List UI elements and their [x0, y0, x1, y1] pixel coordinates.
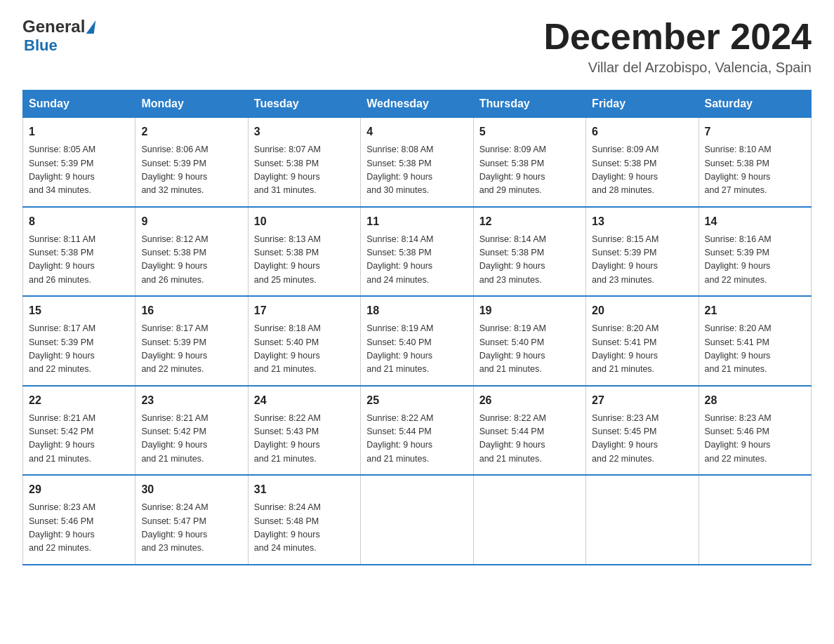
- calendar-cell: 17 Sunrise: 8:18 AM Sunset: 5:40 PM Dayl…: [248, 296, 360, 386]
- calendar-cell: 3 Sunrise: 8:07 AM Sunset: 5:38 PM Dayli…: [248, 118, 360, 207]
- calendar-header-row: Sunday Monday Tuesday Wednesday Thursday…: [23, 90, 812, 118]
- calendar-cell: 10 Sunrise: 8:13 AM Sunset: 5:38 PM Dayl…: [248, 207, 360, 297]
- logo: General Blue: [22, 17, 95, 55]
- calendar-cell: 11 Sunrise: 8:14 AM Sunset: 5:38 PM Dayl…: [361, 207, 473, 297]
- day-number: 20: [592, 302, 692, 319]
- day-number: 31: [254, 481, 355, 498]
- day-info: Sunrise: 8:19 AM Sunset: 5:40 PM Dayligh…: [366, 322, 467, 377]
- day-number: 23: [141, 392, 241, 409]
- calendar-cell: 9 Sunrise: 8:12 AM Sunset: 5:38 PM Dayli…: [135, 207, 248, 297]
- calendar-cell: 20 Sunrise: 8:20 AM Sunset: 5:41 PM Dayl…: [586, 296, 699, 386]
- day-info: Sunrise: 8:18 AM Sunset: 5:40 PM Dayligh…: [254, 322, 355, 377]
- day-info: Sunrise: 8:23 AM Sunset: 5:45 PM Dayligh…: [592, 412, 692, 467]
- logo-general-text: General: [22, 17, 85, 36]
- day-number: 22: [29, 392, 129, 409]
- calendar-cell: 8 Sunrise: 8:11 AM Sunset: 5:38 PM Dayli…: [23, 207, 135, 297]
- col-wednesday: Wednesday: [361, 90, 473, 118]
- col-monday: Monday: [135, 90, 248, 118]
- day-number: 3: [254, 123, 355, 140]
- day-info: Sunrise: 8:17 AM Sunset: 5:39 PM Dayligh…: [29, 322, 129, 377]
- page-header: General Blue December 2024 Villar del Ar…: [22, 17, 812, 76]
- month-year-title: December 2024: [543, 17, 812, 57]
- calendar-week-row: 22 Sunrise: 8:21 AM Sunset: 5:42 PM Dayl…: [23, 386, 812, 476]
- calendar-cell: 22 Sunrise: 8:21 AM Sunset: 5:42 PM Dayl…: [23, 386, 135, 476]
- day-info: Sunrise: 8:12 AM Sunset: 5:38 PM Dayligh…: [141, 233, 241, 288]
- day-number: 17: [254, 302, 355, 319]
- day-number: 6: [592, 123, 692, 140]
- calendar-cell: 2 Sunrise: 8:06 AM Sunset: 5:39 PM Dayli…: [135, 118, 248, 207]
- day-number: 18: [366, 302, 467, 319]
- calendar-cell: 4 Sunrise: 8:08 AM Sunset: 5:38 PM Dayli…: [361, 118, 473, 207]
- calendar-cell: 15 Sunrise: 8:17 AM Sunset: 5:39 PM Dayl…: [23, 296, 135, 386]
- calendar-table: Sunday Monday Tuesday Wednesday Thursday…: [22, 90, 812, 565]
- calendar-cell: [361, 475, 473, 565]
- calendar-cell: 12 Sunrise: 8:14 AM Sunset: 5:38 PM Dayl…: [473, 207, 585, 297]
- calendar-cell: 18 Sunrise: 8:19 AM Sunset: 5:40 PM Dayl…: [361, 296, 473, 386]
- day-number: 9: [141, 213, 241, 230]
- day-number: 2: [141, 123, 241, 140]
- day-info: Sunrise: 8:05 AM Sunset: 5:39 PM Dayligh…: [29, 143, 129, 198]
- title-section: December 2024 Villar del Arzobispo, Vale…: [543, 17, 812, 76]
- day-number: 12: [479, 213, 580, 230]
- col-sunday: Sunday: [23, 90, 135, 118]
- calendar-cell: 13 Sunrise: 8:15 AM Sunset: 5:39 PM Dayl…: [586, 207, 699, 297]
- day-info: Sunrise: 8:21 AM Sunset: 5:42 PM Dayligh…: [141, 412, 241, 467]
- day-number: 15: [29, 302, 129, 319]
- calendar-week-row: 1 Sunrise: 8:05 AM Sunset: 5:39 PM Dayli…: [23, 118, 812, 207]
- calendar-cell: 27 Sunrise: 8:23 AM Sunset: 5:45 PM Dayl…: [586, 386, 699, 476]
- col-friday: Friday: [586, 90, 699, 118]
- day-number: 25: [366, 392, 467, 409]
- day-number: 19: [479, 302, 580, 319]
- day-info: Sunrise: 8:24 AM Sunset: 5:47 PM Dayligh…: [141, 501, 241, 556]
- calendar-cell: 28 Sunrise: 8:23 AM Sunset: 5:46 PM Dayl…: [699, 386, 811, 476]
- calendar-week-row: 8 Sunrise: 8:11 AM Sunset: 5:38 PM Dayli…: [23, 207, 812, 297]
- day-info: Sunrise: 8:15 AM Sunset: 5:39 PM Dayligh…: [592, 233, 692, 288]
- day-info: Sunrise: 8:14 AM Sunset: 5:38 PM Dayligh…: [479, 233, 580, 288]
- day-number: 27: [592, 392, 692, 409]
- day-number: 1: [29, 123, 129, 140]
- calendar-cell: 19 Sunrise: 8:19 AM Sunset: 5:40 PM Dayl…: [473, 296, 585, 386]
- calendar-cell: 24 Sunrise: 8:22 AM Sunset: 5:43 PM Dayl…: [248, 386, 360, 476]
- calendar-week-row: 15 Sunrise: 8:17 AM Sunset: 5:39 PM Dayl…: [23, 296, 812, 386]
- day-info: Sunrise: 8:13 AM Sunset: 5:38 PM Dayligh…: [254, 233, 355, 288]
- calendar-week-row: 29 Sunrise: 8:23 AM Sunset: 5:46 PM Dayl…: [23, 475, 812, 565]
- day-info: Sunrise: 8:21 AM Sunset: 5:42 PM Dayligh…: [29, 412, 129, 467]
- day-number: 30: [141, 481, 241, 498]
- calendar-cell: 1 Sunrise: 8:05 AM Sunset: 5:39 PM Dayli…: [23, 118, 135, 207]
- day-info: Sunrise: 8:11 AM Sunset: 5:38 PM Dayligh…: [29, 233, 129, 288]
- calendar-cell: 14 Sunrise: 8:16 AM Sunset: 5:39 PM Dayl…: [699, 207, 811, 297]
- day-number: 14: [705, 213, 805, 230]
- day-number: 28: [705, 392, 805, 409]
- day-number: 16: [141, 302, 241, 319]
- day-number: 7: [705, 123, 805, 140]
- day-info: Sunrise: 8:20 AM Sunset: 5:41 PM Dayligh…: [592, 322, 692, 377]
- day-info: Sunrise: 8:17 AM Sunset: 5:39 PM Dayligh…: [141, 322, 241, 377]
- calendar-cell: 21 Sunrise: 8:20 AM Sunset: 5:41 PM Dayl…: [699, 296, 811, 386]
- day-info: Sunrise: 8:23 AM Sunset: 5:46 PM Dayligh…: [29, 501, 129, 556]
- calendar-cell: 16 Sunrise: 8:17 AM Sunset: 5:39 PM Dayl…: [135, 296, 248, 386]
- calendar-cell: 5 Sunrise: 8:09 AM Sunset: 5:38 PM Dayli…: [473, 118, 585, 207]
- day-info: Sunrise: 8:07 AM Sunset: 5:38 PM Dayligh…: [254, 143, 355, 198]
- day-info: Sunrise: 8:20 AM Sunset: 5:41 PM Dayligh…: [705, 322, 805, 377]
- day-number: 4: [366, 123, 467, 140]
- calendar-cell: 30 Sunrise: 8:24 AM Sunset: 5:47 PM Dayl…: [135, 475, 248, 565]
- day-info: Sunrise: 8:22 AM Sunset: 5:43 PM Dayligh…: [254, 412, 355, 467]
- day-info: Sunrise: 8:14 AM Sunset: 5:38 PM Dayligh…: [366, 233, 467, 288]
- day-info: Sunrise: 8:10 AM Sunset: 5:38 PM Dayligh…: [705, 143, 805, 198]
- day-info: Sunrise: 8:23 AM Sunset: 5:46 PM Dayligh…: [705, 412, 805, 467]
- day-info: Sunrise: 8:08 AM Sunset: 5:38 PM Dayligh…: [366, 143, 467, 198]
- calendar-cell: 25 Sunrise: 8:22 AM Sunset: 5:44 PM Dayl…: [361, 386, 473, 476]
- day-info: Sunrise: 8:09 AM Sunset: 5:38 PM Dayligh…: [479, 143, 580, 198]
- calendar-cell: 23 Sunrise: 8:21 AM Sunset: 5:42 PM Dayl…: [135, 386, 248, 476]
- day-info: Sunrise: 8:22 AM Sunset: 5:44 PM Dayligh…: [366, 412, 467, 467]
- day-number: 24: [254, 392, 355, 409]
- logo-blue-text: Blue: [24, 36, 58, 55]
- day-number: 10: [254, 213, 355, 230]
- day-info: Sunrise: 8:09 AM Sunset: 5:38 PM Dayligh…: [592, 143, 692, 198]
- day-number: 8: [29, 213, 129, 230]
- col-tuesday: Tuesday: [248, 90, 360, 118]
- day-info: Sunrise: 8:24 AM Sunset: 5:48 PM Dayligh…: [254, 501, 355, 556]
- calendar-cell: 29 Sunrise: 8:23 AM Sunset: 5:46 PM Dayl…: [23, 475, 135, 565]
- calendar-cell: [473, 475, 585, 565]
- location-subtitle: Villar del Arzobispo, Valencia, Spain: [543, 60, 812, 76]
